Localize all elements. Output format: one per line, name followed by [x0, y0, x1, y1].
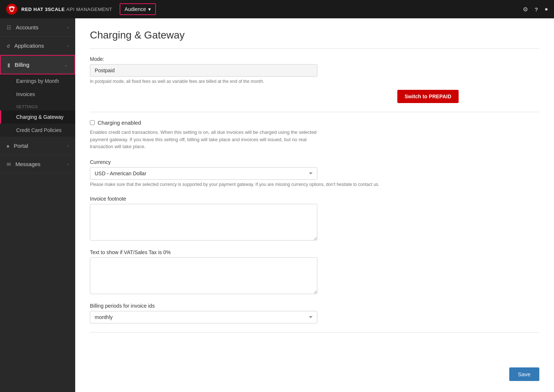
charging-description: Enables credit card transactions. When t…	[90, 129, 328, 150]
sidebar-item-accounts[interactable]: ☷ Accounts ›	[0, 18, 75, 37]
vat-textarea[interactable]	[90, 257, 317, 294]
brand-name: RED HAT 3SCALE API MANAGEMENT	[21, 7, 112, 12]
billing-chevron-icon: ⌄	[64, 62, 68, 67]
bottom-divider	[90, 332, 539, 333]
mid-divider	[90, 112, 539, 112]
save-button[interactable]: Save	[509, 367, 539, 381]
charging-enabled-label[interactable]: Charging enabled	[98, 120, 141, 126]
layout: ☷ Accounts › ☌ Applications › ▮ Billing …	[0, 18, 554, 392]
sidebar-item-applications[interactable]: ☌ Applications ›	[0, 37, 75, 55]
portal-chevron-icon: ›	[67, 143, 69, 149]
sidebar-item-billing[interactable]: ▮ Billing ⌄	[0, 55, 75, 74]
charging-enabled-row: Charging enabled	[90, 120, 539, 126]
charging-enabled-checkbox[interactable]	[90, 120, 95, 125]
settings-icon[interactable]: ⚙	[523, 6, 528, 13]
applications-icon: ☌	[7, 43, 10, 49]
invoice-footnote-label: Invoice footnote	[90, 196, 539, 202]
mode-input	[90, 64, 317, 77]
messages-label: Messages	[15, 161, 40, 167]
mode-label: Mode:	[90, 56, 539, 62]
navbar: RED HAT 3SCALE API MANAGEMENT Audience ▾…	[0, 0, 554, 18]
svg-point-1	[10, 8, 13, 11]
accounts-chevron-icon: ›	[67, 25, 69, 30]
billing-periods-section: Billing periods for invoice ids monthly	[90, 303, 539, 323]
sidebar-item-earnings[interactable]: Earnings by Month	[0, 74, 75, 88]
save-btn-container: Save	[509, 367, 539, 381]
currency-label: Currency	[90, 159, 539, 165]
billing-label: Billing	[15, 62, 29, 68]
top-divider	[90, 48, 539, 49]
brand: RED HAT 3SCALE API MANAGEMENT	[6, 3, 112, 15]
portal-label: Portal	[14, 143, 28, 149]
audience-menu[interactable]: Audience ▾	[120, 3, 156, 15]
mode-section: Mode: In postpaid mode, all fixed fees a…	[90, 56, 539, 103]
audience-chevron-icon: ▾	[148, 6, 151, 12]
sidebar-item-messages[interactable]: ✉ Messages ›	[0, 155, 75, 173]
billing-periods-select[interactable]: monthly	[90, 311, 317, 323]
invoice-footnote-section: Invoice footnote	[90, 196, 539, 241]
sidebar: ☷ Accounts › ☌ Applications › ▮ Billing …	[0, 18, 75, 392]
audience-label: Audience	[125, 6, 146, 12]
applications-label: Applications	[14, 43, 44, 49]
invoice-footnote-textarea[interactable]	[90, 204, 317, 241]
billing-periods-label: Billing periods for invoice ids	[90, 303, 539, 309]
billing-icon: ▮	[7, 62, 10, 68]
portal-icon: ♠	[7, 143, 9, 149]
applications-chevron-icon: ›	[67, 43, 69, 48]
messages-icon: ✉	[7, 161, 11, 167]
page-title: Charging & Gateway	[90, 29, 539, 41]
sidebar-item-portal[interactable]: ♠ Portal ›	[0, 137, 75, 155]
sidebar-item-invoices[interactable]: Invoices	[0, 88, 75, 101]
sidebar-item-credit-card[interactable]: Credit Card Policies	[0, 124, 75, 137]
billing-submenu: Earnings by Month Invoices SETTINGS Char…	[0, 74, 75, 137]
settings-section-label: SETTINGS	[0, 101, 75, 110]
currency-hint: Please make sure that the selected curre…	[90, 182, 539, 187]
charging-section: Charging enabled Enables credit card tra…	[90, 120, 539, 150]
currency-select[interactable]: USD - American Dollar	[90, 167, 317, 180]
sidebar-item-charging[interactable]: Charging & Gateway	[0, 110, 75, 124]
messages-chevron-icon: ›	[67, 162, 69, 167]
brand-logo	[6, 3, 18, 15]
currency-section: Currency USD - American Dollar Please ma…	[90, 159, 539, 187]
accounts-label: Accounts	[16, 24, 39, 30]
vat-label: Text to show if VAT/Sales Tax is 0%	[90, 249, 539, 255]
switch-prepaid-button[interactable]: Switch to PREPAID	[397, 90, 459, 103]
navbar-icons: ⚙ ? ●	[523, 6, 548, 13]
user-icon[interactable]: ●	[544, 6, 548, 12]
accounts-icon: ☷	[7, 25, 11, 30]
mode-hint: In postpaid mode, all fixed fees as well…	[90, 79, 539, 84]
navbar-menu: Audience ▾	[120, 3, 523, 15]
help-icon[interactable]: ?	[535, 6, 538, 12]
vat-section: Text to show if VAT/Sales Tax is 0%	[90, 249, 539, 294]
main-content: Charging & Gateway Mode: In postpaid mod…	[75, 18, 554, 392]
